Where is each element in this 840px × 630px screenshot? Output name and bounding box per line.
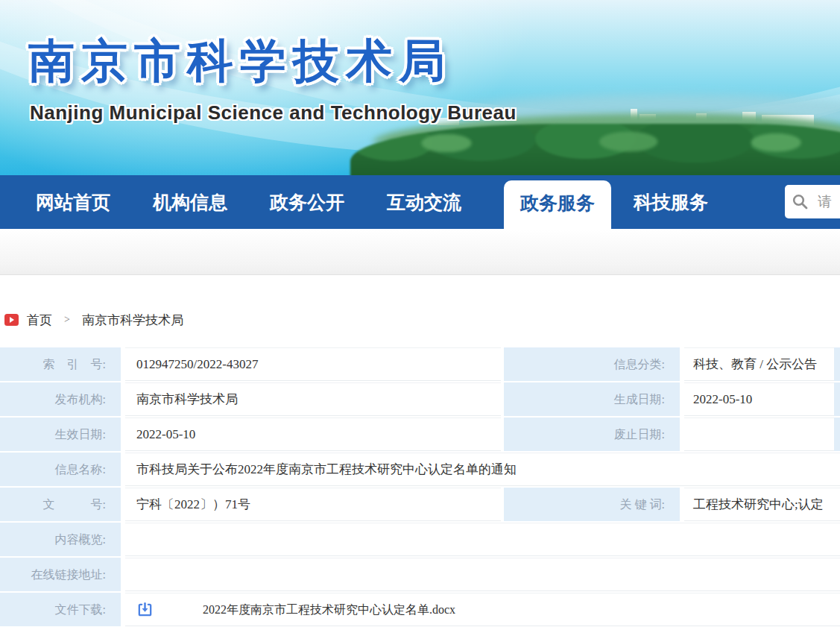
field-label: 内容概览: <box>0 523 121 556</box>
field-label: 关 键 词: <box>504 488 680 521</box>
banner-trees <box>373 131 840 161</box>
site-banner: 南京市科学技术局 Nanjing Municipal Science and T… <box>0 0 840 175</box>
breadcrumb: 首页 > 南京市科学技术局 <box>4 309 183 331</box>
field-value: 南京市科学技术局 <box>125 382 501 416</box>
secondary-nav-strip <box>0 229 840 275</box>
field-label: 文件下载: <box>0 593 121 626</box>
field-value: 宁科〔2022〕）71号 <box>125 488 501 521</box>
field-label: 发布机构: <box>0 382 121 416</box>
nav-item-gov-services[interactable]: 政务服务 <box>504 180 611 229</box>
field-value <box>125 523 840 556</box>
breadcrumb-home-link[interactable]: 首页 <box>27 312 52 329</box>
table-row-issuing-agency: 发布机构: 南京市科学技术局 生成日期: 2022-05-10 <box>0 382 840 416</box>
nav-item-tech-services[interactable]: 科技服务 <box>634 175 708 229</box>
table-row-doc-number: 文 号: 宁科〔2022〕）71号 关 键 词: 工程技术研究中心;认定 <box>0 488 840 521</box>
field-value <box>684 418 834 451</box>
table-row-effective-date: 生效日期: 2022-05-10 废止日期: <box>0 418 840 451</box>
field-label: 文 号: <box>0 488 121 521</box>
site-title: 南京市科学技术局 <box>28 30 452 92</box>
field-label: 索 引 号: <box>0 347 121 381</box>
field-label: 在线链接地址: <box>0 558 121 591</box>
nav-item-home[interactable]: 网站首页 <box>36 175 110 229</box>
table-row-index-number: 索 引 号: 012947250/2022-43027 信息分类: 科技、教育 … <box>0 347 840 381</box>
field-value: 2022-05-10 <box>684 382 834 416</box>
document-info-table: 索 引 号: 012947250/2022-43027 信息分类: 科技、教育 … <box>0 347 840 628</box>
breadcrumb-play-badge-icon <box>4 314 19 326</box>
nav-item-org-info[interactable]: 机构信息 <box>153 175 227 229</box>
field-value: 工程技术研究中心;认定 <box>684 488 840 521</box>
field-value: 市科技局关于公布2022年度南京市工程技术研究中心认定名单的通知 <box>125 453 840 486</box>
field-value <box>125 558 840 591</box>
field-value: 科技、教育 / 公示公告 <box>684 347 834 381</box>
field-label: 生成日期: <box>504 382 680 416</box>
download-file-link[interactable]: 2022年度南京市工程技术研究中心认定名单.docx <box>203 593 455 626</box>
breadcrumb-current: 南京市科学技术局 <box>82 312 183 329</box>
breadcrumb-separator: > <box>64 314 70 326</box>
field-value: 012947250/2022-43027 <box>125 347 501 381</box>
table-edge-strip <box>834 418 840 451</box>
nav-item-interaction[interactable]: 互动交流 <box>387 175 461 229</box>
download-icon[interactable] <box>136 601 154 618</box>
table-row-file-download: 文件下载: 2022年度南京市工程技术研究中心认定名单.docx <box>0 593 840 626</box>
nav-item-gov-disclosure[interactable]: 政务公开 <box>270 175 344 229</box>
table-row-content-overview: 内容概览: <box>0 523 840 556</box>
table-row-info-name: 信息名称: 市科技局关于公布2022年度南京市工程技术研究中心认定名单的通知 <box>0 453 840 486</box>
field-value: 2022年度南京市工程技术研究中心认定名单.docx <box>125 593 840 626</box>
main-nav: 网站首页 机构信息 政务公开 互动交流 政务服务 科技服务 <box>0 175 840 229</box>
field-value: 2022-05-10 <box>125 418 501 451</box>
table-row-online-link: 在线链接地址: <box>0 558 840 591</box>
table-edge-strip <box>834 382 840 416</box>
table-edge-strip <box>834 347 840 381</box>
field-label: 生效日期: <box>0 418 121 451</box>
field-label: 信息名称: <box>0 453 121 486</box>
site-subtitle: Nanjing Municipal Science and Technology… <box>30 101 517 125</box>
field-label: 信息分类: <box>504 347 680 381</box>
field-label: 废止日期: <box>504 418 680 451</box>
search-icon[interactable] <box>792 193 809 211</box>
